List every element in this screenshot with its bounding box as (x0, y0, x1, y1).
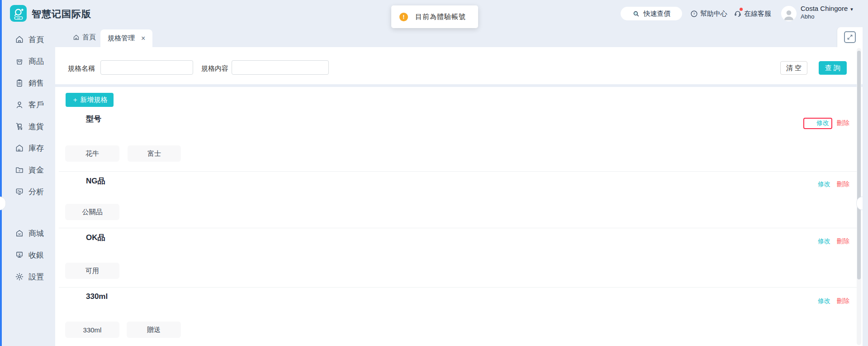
monitor-chart-icon (15, 187, 24, 196)
filter-panel: 規格名稱 規格内容 清 空 查 詢 (55, 47, 863, 84)
home-icon (15, 35, 24, 44)
group-actions: 修改 刪除 (818, 178, 849, 191)
user-menu[interactable]: Costa Chingore▾ Abho (801, 5, 853, 20)
tab-home[interactable]: 首頁 (70, 27, 99, 47)
add-spec-button[interactable]: ＋ 新增規格 (66, 93, 114, 107)
sidebar-item-sales[interactable]: 銷售 (0, 72, 55, 94)
group-title: 型号 (86, 114, 101, 124)
delete-link[interactable]: 刪除 (837, 119, 849, 127)
spec-name-input[interactable] (100, 60, 193, 75)
modify-link[interactable]: 修改 (818, 297, 830, 305)
spec-tag[interactable]: 富士 (128, 145, 181, 162)
modify-link[interactable]: 修改 (818, 180, 830, 188)
group-actions: 修改 刪除 (818, 295, 849, 308)
group-title: OK品 (86, 232, 105, 243)
warning-icon: ! (399, 13, 408, 21)
sidebar-item-label: 庫存 (28, 143, 44, 154)
sidebar-item-products[interactable]: 商品 (0, 50, 55, 72)
spec-tag[interactable]: 可用 (65, 263, 119, 279)
chevron-down-icon: ▾ (850, 6, 853, 13)
toast-text: 目前為體驗帳號 (415, 13, 466, 21)
search-button[interactable]: 查 詢 (819, 61, 847, 75)
app-logo-icon[interactable]: Intl (10, 5, 27, 22)
sidebar-item-home[interactable]: 首頁 (0, 29, 55, 50)
app-header: Intl 智慧记国际版 ! 目前為體驗帳號 快速查價 ? 幫助中心 (0, 0, 868, 27)
sidebar-item-label: 商品 (28, 56, 44, 67)
tabbar-right-cap (837, 27, 863, 47)
spec-tag[interactable]: 贈送 (127, 322, 181, 338)
group-title: 330ml (86, 292, 108, 301)
search-icon (632, 10, 640, 18)
group-actions: 修改 刪除 (803, 117, 849, 130)
modify-link[interactable]: 修改 (816, 119, 829, 127)
warehouse-icon (15, 144, 24, 153)
online-service-label: 在線客服 (744, 10, 771, 18)
home-icon (73, 34, 80, 41)
delete-link[interactable]: 刪除 (837, 237, 849, 245)
spec-name-label: 規格名稱 (68, 64, 95, 73)
modify-link[interactable]: 修改 (818, 237, 830, 245)
tab-home-label: 首頁 (82, 33, 96, 42)
sidebar-item-settings[interactable]: 設置 (0, 266, 55, 288)
spec-list-panel: ＋ 新增規格 型号 修改 刪除 花牛 富士 NG品 修改 刪除 公關品 OK品 … (55, 87, 863, 346)
svg-text:¥: ¥ (19, 169, 20, 172)
avatar[interactable] (781, 6, 797, 21)
svg-text:¥: ¥ (19, 253, 20, 256)
app-title: 智慧记国际版 (32, 8, 91, 20)
sidebar-item-customers[interactable]: 客戶 (0, 94, 55, 115)
expand-icon (846, 34, 854, 41)
divider (59, 228, 857, 228)
quick-quote-button[interactable]: 快速查價 (621, 7, 682, 20)
sidebar-item-label: 商城 (28, 228, 44, 239)
window-edge-stripe (0, 0, 2, 346)
sidebar-item-label: 進貨 (28, 121, 44, 132)
help-center-label: 幫助中心 (700, 10, 727, 18)
spec-tag[interactable]: 公關品 (65, 204, 119, 220)
spec-content-input[interactable] (232, 60, 329, 75)
user-name: Costa Chingore (801, 5, 848, 12)
sidebar-item-cashier[interactable]: ¥ 收銀 (0, 244, 55, 266)
help-center-link[interactable]: ? 幫助中心 (690, 7, 727, 20)
shop-icon (15, 229, 24, 238)
folder-money-icon: ¥ (15, 165, 24, 174)
bag-icon (15, 57, 24, 66)
question-circle-icon: ? (690, 10, 698, 18)
expand-fullscreen-button[interactable] (844, 31, 856, 43)
user-icon (15, 100, 24, 109)
spec-tag[interactable]: 花牛 (65, 145, 119, 162)
scrollbar-thumb[interactable] (857, 51, 861, 279)
modify-highlight-box: 修改 (803, 118, 832, 129)
spec-tag[interactable]: 330ml (65, 322, 119, 338)
svg-text:?: ? (693, 12, 695, 16)
sidebar-item-label: 分析 (28, 187, 44, 197)
cash-register-icon: ¥ (15, 250, 24, 260)
sidebar-item-mall[interactable]: 商城 (0, 222, 55, 244)
sidebar-item-inventory[interactable]: 庫存 (0, 137, 55, 159)
headset-icon (734, 10, 742, 18)
clear-button[interactable]: 清 空 (780, 61, 807, 75)
delete-link[interactable]: 刪除 (837, 297, 849, 305)
user-org: Abho (801, 13, 853, 20)
online-service-link[interactable]: 在線客服 (734, 7, 771, 20)
divider (59, 287, 857, 288)
sidebar-item-label: 首頁 (28, 34, 44, 45)
trial-account-toast: ! 目前為體驗帳號 (391, 5, 478, 28)
sidebar-item-analytics[interactable]: 分析 (0, 181, 55, 202)
group-title: NG品 (86, 176, 105, 186)
sidebar: 首頁 商品 銷售 客戶 進貨 庫存 (0, 27, 55, 346)
sidebar-item-label: 設置 (28, 272, 44, 282)
spec-content-label: 規格内容 (201, 64, 228, 73)
sidebar-item-label: 收銀 (28, 250, 44, 260)
sidebar-item-funds[interactable]: ¥ 資金 (0, 159, 55, 181)
gear-icon (15, 272, 24, 281)
divider (59, 171, 857, 172)
sidebar-item-purchasing[interactable]: 進貨 (0, 115, 55, 137)
sidebar-item-label: 客戶 (28, 100, 44, 110)
sidebar-item-label: 銷售 (28, 78, 44, 88)
trolley-icon (15, 122, 24, 131)
close-icon[interactable]: × (141, 35, 145, 42)
delete-link[interactable]: 刪除 (837, 180, 849, 188)
tab-spec-management[interactable]: 規格管理 × (100, 29, 152, 47)
sidebar-spacer (0, 202, 55, 222)
notification-dot (740, 8, 743, 11)
